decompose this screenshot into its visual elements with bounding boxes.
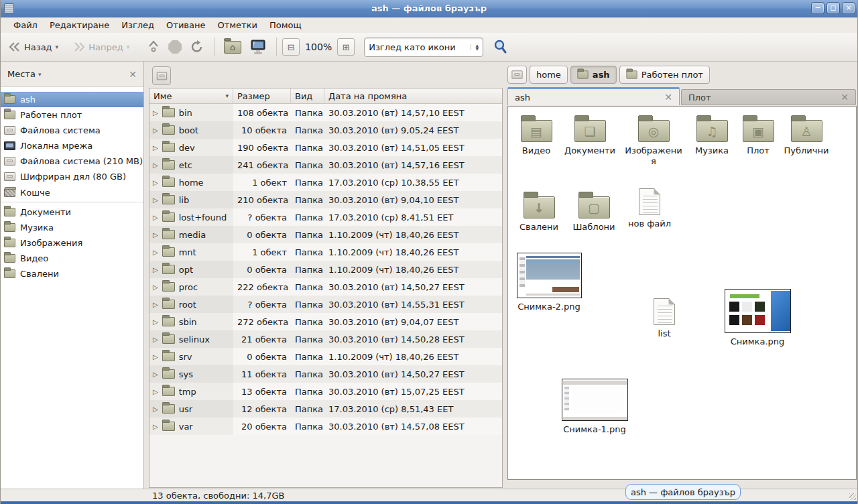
tab-ash[interactable]: ash ✕: [507, 87, 680, 105]
tree-row[interactable]: ▷ etc 241 обекта Папка 30.03.2010 (вт) 1…: [149, 156, 502, 174]
sidebar-item[interactable]: Файлова система (210 MB): [1, 153, 143, 169]
tree-row[interactable]: ▷ lib 210 обекта Папка 30.03.2010 (вт) 9…: [149, 191, 502, 208]
tab-close-icon[interactable]: ✕: [841, 92, 849, 103]
tree-row[interactable]: ▷ srv 0 обекта Папка 1.10.2009 (чт) 18,4…: [149, 348, 502, 365]
expander-icon[interactable]: ▷: [153, 336, 158, 343]
forward-button[interactable]: Напред ▾: [69, 36, 133, 58]
expander-icon[interactable]: ▷: [153, 284, 158, 291]
file-item[interactable]: Снимка-1.png: [560, 379, 629, 435]
sidebar-item[interactable]: Локална мрежа: [1, 138, 143, 153]
expander-icon[interactable]: ▷: [153, 405, 158, 413]
tree-row[interactable]: ▷ sbin 272 обекта Папка 30.03.2010 (вт) …: [149, 313, 502, 330]
view-mode-select[interactable]: Изглед като икони ▲▼: [364, 38, 483, 57]
path-root-button[interactable]: [507, 66, 527, 84]
sidebar-item[interactable]: Работен плот: [1, 107, 143, 123]
expander-icon[interactable]: ▷: [153, 231, 158, 239]
tree-row[interactable]: ▷ tmp 13 обекта Папка 30.03.2010 (вт) 15…: [149, 383, 502, 400]
home-button[interactable]: ⌂: [220, 36, 245, 58]
computer-button[interactable]: [245, 36, 271, 58]
reload-button[interactable]: [186, 36, 208, 58]
expander-icon[interactable]: ▷: [153, 144, 158, 151]
places-title[interactable]: Места: [7, 69, 36, 79]
places-chevron-icon[interactable]: ▾: [38, 71, 42, 78]
tree-row[interactable]: ▷ selinux 21 обекта Папка 30.03.2010 (вт…: [149, 330, 502, 348]
resize-grip[interactable]: [849, 493, 856, 500]
menu-item[interactable]: Редактиране: [44, 19, 115, 32]
tree-row[interactable]: ▷ opt 0 обекта Папка 1.10.2009 (чт) 18,4…: [149, 261, 502, 278]
file-item[interactable]: Публични: [779, 115, 834, 156]
file-item[interactable]: Видео: [512, 115, 560, 156]
column-header-name[interactable]: Име▾: [149, 88, 233, 103]
file-item[interactable]: Шаблони: [567, 191, 621, 233]
expander-icon[interactable]: ▷: [153, 423, 158, 430]
sidebar-item[interactable]: Изображения: [1, 235, 143, 251]
file-item[interactable]: list: [642, 298, 686, 339]
file-item[interactable]: нов файл: [625, 188, 674, 229]
file-item[interactable]: Документи: [559, 115, 621, 156]
sidebar-item[interactable]: ash: [1, 92, 143, 107]
window-list-button[interactable]: ash — файлов браузър: [625, 484, 741, 500]
expander-icon[interactable]: ▷: [153, 301, 158, 308]
file-item[interactable]: Свалени: [513, 191, 564, 233]
menu-item[interactable]: Отиване: [160, 19, 211, 32]
tree-row[interactable]: ▷ bin 108 обекта Папка 30.03.2010 (вт) 1…: [149, 104, 502, 121]
column-header-type[interactable]: Вид: [291, 88, 324, 103]
menu-item[interactable]: Изглед: [115, 19, 160, 32]
zoom-out-button[interactable]: ⊟: [282, 38, 300, 56]
tree-row[interactable]: ▷ dev 190 обекта Папка 30.03.2010 (вт) 1…: [149, 139, 502, 156]
sidebar-item[interactable]: Документи: [1, 204, 143, 220]
expander-icon[interactable]: ▷: [153, 388, 158, 395]
expander-icon[interactable]: ▷: [153, 249, 158, 256]
filesystem-root-button[interactable]: [152, 66, 171, 85]
sidebar-item[interactable]: Файлова система: [1, 123, 143, 138]
back-history-chevron-icon[interactable]: ▾: [56, 44, 59, 50]
tree-row[interactable]: ▷ var 20 обекта Папка 30.03.2010 (вт) 14…: [149, 418, 502, 435]
sidebar-item[interactable]: Шифриран дял (80 GB): [1, 169, 143, 184]
tree-row[interactable]: ▷ usr 12 обекта Папка 17.03.2010 (ср) 8,…: [149, 400, 502, 418]
close-button[interactable]: ×: [842, 2, 855, 14]
menu-item[interactable]: Отметки: [211, 19, 263, 32]
search-button[interactable]: [489, 36, 513, 58]
tree-row[interactable]: ▷ media 0 обекта Папка 1.10.2009 (чт) 18…: [149, 226, 502, 243]
sidebar-item[interactable]: Музика: [1, 220, 143, 235]
tree-row[interactable]: ▷ mnt 1 обект Папка 1.10.2009 (чт) 18,40…: [149, 243, 502, 261]
menu-item[interactable]: Файл: [7, 19, 44, 32]
places-close-icon[interactable]: ✕: [129, 69, 137, 80]
column-header-size[interactable]: Размер: [233, 88, 291, 103]
file-item[interactable]: Плот: [739, 115, 778, 156]
expander-icon[interactable]: ▷: [153, 196, 158, 204]
expander-icon[interactable]: ▷: [153, 266, 158, 273]
expander-icon[interactable]: ▷: [153, 214, 158, 221]
tree-row[interactable]: ▷ sys 11 обекта Папка 30.03.2010 (вт) 14…: [149, 365, 502, 383]
sidebar-item[interactable]: Кошче: [1, 184, 143, 202]
sidebar-item[interactable]: Свалени: [1, 266, 143, 281]
tree-row[interactable]: ▷ lost+found ? обекта Папка 17.03.2010 (…: [149, 208, 502, 226]
maximize-button[interactable]: ◻: [826, 2, 840, 14]
sidebar-item[interactable]: Видео: [1, 251, 143, 266]
menu-item[interactable]: Помощ: [263, 19, 308, 32]
tab-close-icon[interactable]: ✕: [664, 92, 672, 103]
path-desktop-button[interactable]: Работен плот: [619, 66, 710, 84]
column-header-date[interactable]: Дата на промяна: [324, 88, 502, 103]
expander-icon[interactable]: ▷: [153, 353, 158, 361]
file-item[interactable]: Снимка-2.png: [517, 253, 580, 312]
tree-row[interactable]: ▷ home 1 обект Папка 17.03.2010 (ср) 10,…: [149, 174, 502, 191]
expander-icon[interactable]: ▷: [153, 371, 158, 378]
file-item[interactable]: Снимка.png: [723, 289, 792, 347]
expander-icon[interactable]: ▷: [153, 127, 158, 134]
file-item[interactable]: Музика: [688, 115, 736, 156]
expander-icon[interactable]: ▷: [153, 179, 158, 186]
expander-icon[interactable]: ▷: [153, 318, 158, 326]
path-ash-button[interactable]: ash: [570, 66, 617, 84]
tree-row[interactable]: ▷ root ? обекта Папка 30.03.2010 (вт) 14…: [149, 296, 502, 313]
expander-icon[interactable]: ▷: [153, 162, 158, 169]
tree-row[interactable]: ▷ proc 222 обекта Папка 30.03.2010 (вт) …: [149, 278, 502, 296]
expander-icon[interactable]: ▷: [153, 109, 158, 117]
stop-button[interactable]: [164, 36, 186, 58]
path-home-button[interactable]: home: [530, 66, 568, 84]
zoom-in-button[interactable]: ⊞: [337, 38, 355, 56]
file-item[interactable]: Изображения: [623, 115, 684, 167]
tab-plot[interactable]: Плот ✕: [681, 89, 856, 105]
up-button[interactable]: [143, 36, 164, 58]
file-grid[interactable]: Видео Документи Изображения Музика: [507, 106, 857, 480]
